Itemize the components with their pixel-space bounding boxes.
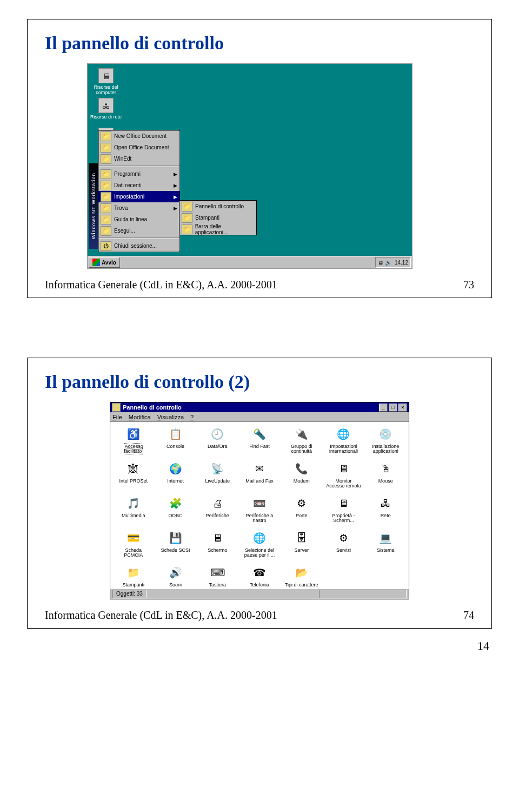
cp-item[interactable]: 📡LiveUpdate — [196, 461, 238, 489]
icon: 📁 — [101, 203, 111, 213]
menu[interactable]: File — [112, 414, 122, 420]
cp-item[interactable]: 🖨Periferiche — [196, 496, 238, 524]
menu-item[interactable]: 📁Programmi▶ — [98, 168, 179, 180]
cp-item[interactable]: 💻Sistema — [364, 530, 407, 558]
menu[interactable]: Modifica — [129, 414, 151, 420]
cp-icon: 💾 — [168, 530, 184, 546]
icon-grid: ♿Accessofacilitato📋Console🕘Data/Ora🔦Find… — [110, 422, 409, 589]
cp-label: Suoni — [155, 583, 197, 587]
menu-item-shutdown[interactable]: ⏻ Chiudi sessione... — [98, 240, 179, 252]
cp-icon: 🗄 — [294, 530, 310, 546]
cp-item[interactable]: 🕸Intel PROSet — [112, 461, 155, 489]
cp-icon: 📋 — [168, 426, 184, 443]
cp-item[interactable]: 🖱Mouse — [364, 461, 407, 489]
cp-icon: 🔌 — [294, 426, 310, 443]
cp-item[interactable]: 💿Installazioneapplicazioni — [364, 426, 407, 454]
maximize-button[interactable]: □ — [389, 404, 397, 412]
icon: 📁 — [182, 202, 192, 212]
cp-item[interactable]: ⌨Tastiera — [196, 565, 238, 587]
cp-item[interactable]: ☎Telefonia — [238, 565, 281, 587]
start-button[interactable]: Avvio — [89, 257, 120, 268]
menu-label: Guida in linea — [114, 216, 147, 222]
cp-icon: 📂 — [294, 565, 310, 581]
minimize-button[interactable]: _ — [379, 404, 388, 412]
cp-icon: 🕘 — [209, 426, 225, 443]
menu-item[interactable]: 📁Guida in linea — [98, 214, 179, 225]
cp-item[interactable]: ✉Mail and Fax — [238, 461, 281, 489]
cp-icon: ⚙ — [335, 530, 351, 546]
cp-item[interactable]: 💾Schede SCSI — [155, 530, 197, 558]
cp-label: Server — [281, 548, 323, 553]
cp-item[interactable]: 🎵Multimedia — [112, 496, 155, 524]
cp-item[interactable]: ♿Accessofacilitato — [112, 426, 155, 454]
menu[interactable]: ? — [190, 414, 194, 420]
cp-item[interactable]: 🖧Rete — [364, 496, 407, 524]
cp-item[interactable]: 💳SchedaPCMCIA — [112, 530, 155, 558]
cp-item[interactable]: 🌐Impostazioniinternazionali — [323, 426, 365, 454]
cp-item[interactable]: 📋Console — [155, 426, 197, 454]
system-tray[interactable]: 🖥 🔊 14.12 — [375, 257, 411, 268]
menubar: FileModificaVisualizza? — [110, 412, 409, 422]
menu-item[interactable]: 📁Stampanti — [179, 212, 256, 223]
desktop-icon[interactable]: 🖥Risorse del computer — [89, 68, 123, 95]
cp-item[interactable]: 📂Tipi di carattere — [281, 565, 323, 587]
cp-item[interactable]: 📁Stampanti — [112, 565, 155, 587]
menu-label: Barra delle applicazioni... — [195, 223, 254, 235]
cp-item[interactable]: ⚙Porte — [281, 496, 323, 524]
window-title: Pannello di controllo — [123, 404, 182, 411]
cp-item[interactable]: 🖥MonitorAccesso remoto — [323, 461, 365, 489]
cp-label: Telefonia — [238, 583, 281, 587]
menu-item[interactable]: 📁Dati recenti▶ — [98, 180, 179, 191]
cp-icon: 🌍 — [168, 461, 184, 477]
menu-item[interactable]: 📁Open Office Document — [98, 142, 179, 153]
statusbar: Oggetti: 33 — [110, 589, 409, 599]
menu-label: WinEdt — [114, 156, 131, 162]
menu-item[interactable]: 📁Impostazioni▶ — [98, 191, 179, 202]
menu-item[interactable]: 📁Barra delle applicazioni... — [179, 223, 256, 235]
cp-item[interactable]: 🖥Schermo — [196, 530, 238, 558]
menu-label: Open Office Document — [114, 144, 169, 150]
menu[interactable]: Visualizza — [157, 414, 184, 420]
slide-1: Il pannello di controllo 🖥Risorse del co… — [27, 19, 492, 298]
cp-icon: ⚙ — [294, 496, 310, 512]
desktop-screenshot: 🖥Risorse del computer🖧Risorse di rete🗑Ce… — [87, 63, 412, 269]
cp-item[interactable]: 📞Modem — [281, 461, 323, 489]
cp-icon: ⌨ — [209, 565, 225, 581]
slide-number: 74 — [463, 609, 474, 622]
desktop-icon[interactable]: 🖧Risorse di rete — [89, 98, 123, 120]
menu-item[interactable]: 📁Trova▶ — [98, 202, 179, 214]
cp-label: Periferiche — [196, 513, 238, 518]
cp-item[interactable]: 🔦Find Fast — [238, 426, 281, 454]
cp-item[interactable]: 🔊Suoni — [155, 565, 197, 587]
cp-label: SchedaPCMCIA — [112, 548, 155, 558]
cp-item[interactable]: ⚙Servizi — [323, 530, 365, 558]
icon: 📁 — [182, 213, 192, 223]
submenu-arrow-icon: ▶ — [174, 194, 177, 200]
cp-label: Installazioneapplicazioni — [364, 444, 407, 454]
close-button[interactable]: × — [398, 404, 407, 412]
status-text: Oggetti: 33 — [112, 590, 147, 598]
cp-label: Impostazioniinternazionali — [323, 444, 365, 454]
cp-item[interactable]: 📼Periferiche anastro — [238, 496, 281, 524]
cp-icon: 🖥 — [335, 496, 351, 512]
cp-item[interactable]: 🌐Selezione delpaese per il ... — [238, 530, 281, 558]
cp-label: Internet — [155, 479, 197, 484]
icon: 📁 — [101, 181, 111, 190]
settings-submenu: 📁Pannello di controllo📁Stampanti📁Barra d… — [179, 200, 257, 235]
cp-item[interactable]: 🔌Gruppo dicontinuità — [281, 426, 323, 454]
cp-item[interactable]: 🌍Internet — [155, 461, 197, 489]
cp-label: Multimedia — [112, 513, 155, 518]
cp-item[interactable]: 🖥Proprietà -Scherm... — [323, 496, 365, 524]
cp-item[interactable]: 🗄Server — [281, 530, 323, 558]
cp-icon: 🧩 — [168, 496, 184, 512]
menu-item[interactable]: 📁Esegui... — [98, 225, 179, 236]
menu-item[interactable]: 📁Pannello di controllo — [179, 201, 256, 212]
cp-item[interactable]: 🕘Data/Ora — [196, 426, 238, 454]
cp-icon: 🖥 — [209, 530, 225, 546]
menu-item[interactable]: 📁WinEdt — [98, 153, 179, 164]
cp-label: ODBC — [155, 513, 197, 518]
menu-label: Pannello di controllo — [195, 203, 244, 209]
menu-item[interactable]: 📁New Office Document — [98, 130, 179, 142]
cp-label: Intel PROSet — [112, 479, 155, 484]
cp-item[interactable]: 🧩ODBC — [155, 496, 197, 524]
